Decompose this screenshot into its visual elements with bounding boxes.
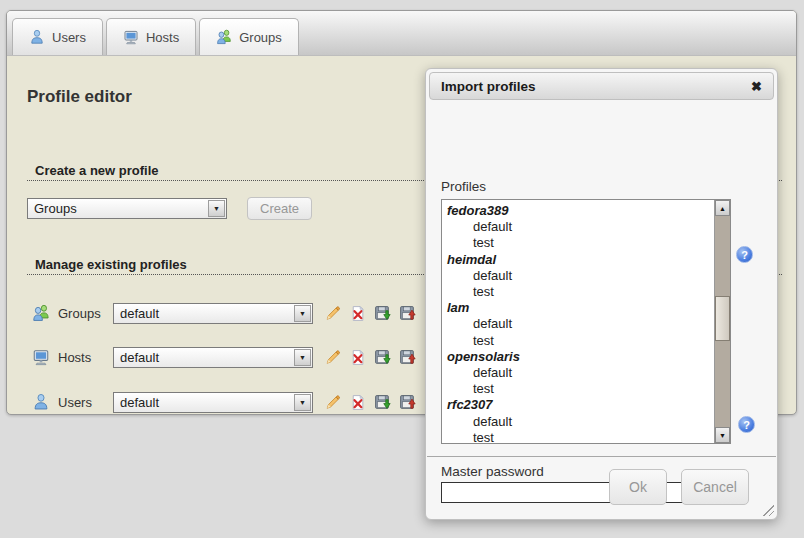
edit-button[interactable] [324,394,341,411]
dialog-title: Import profiles [441,79,751,94]
tab-bar: Users Hosts Groups [7,11,796,56]
profile-entry[interactable]: test [442,430,714,443]
edit-button[interactable] [324,305,341,322]
server-name: rfc2307 [442,397,714,413]
profile-entry[interactable]: test [442,284,714,300]
dropdown-arrow-icon: ▼ [294,305,311,322]
profile-row-hosts: Hosts default ▼ [32,346,416,368]
export-profile-icon [374,305,391,322]
server-name: opensolaris [442,349,714,365]
profiles-listbox[interactable]: fedora389defaulttestheimdaldefaulttestla… [441,199,731,444]
tab-groups[interactable]: Groups [199,18,299,55]
delete-icon [349,305,366,322]
master-password-label: Master password [441,464,544,479]
tab-users[interactable]: Users [12,18,103,55]
profile-entry[interactable]: default [442,316,714,332]
dropdown-arrow-icon: ▼ [208,200,225,217]
ok-button[interactable]: Ok [609,469,667,505]
help-icon[interactable]: ? [736,246,753,263]
profile-select[interactable]: default ▼ [113,347,313,368]
create-profile-row: Groups ▼ Create [27,197,312,220]
user-icon [29,29,45,45]
user-icon [32,393,50,411]
profile-entry[interactable]: test [442,333,714,349]
import-profile-icon [399,394,416,411]
edit-icon [324,349,341,366]
dialog-titlebar[interactable]: Import profiles ✖ [429,72,774,100]
export-button[interactable] [374,394,391,411]
dropdown-arrow-icon: ▼ [294,349,311,366]
page-title: Profile editor [27,87,132,107]
edit-icon [324,394,341,411]
group-icon [216,29,232,45]
help-icon[interactable]: ? [738,416,755,433]
profile-entry[interactable]: test [442,235,714,251]
profile-entry[interactable]: test [442,381,714,397]
resize-handle-icon[interactable] [761,503,774,516]
edit-button[interactable] [324,349,341,366]
edit-icon [324,305,341,322]
profiles-list-items: fedora389defaulttestheimdaldefaulttestla… [442,200,714,443]
dialog-footer-divider [427,456,776,457]
import-button[interactable] [399,349,416,366]
account-type-select[interactable]: Groups ▼ [27,198,227,219]
profile-row-groups: Groups default ▼ [32,302,416,324]
profile-editor-page: Users Hosts Groups Profile editor Create… [0,0,804,538]
profile-entry[interactable]: default [442,268,714,284]
import-profiles-dialog: Import profiles ✖ Profiles fedora389defa… [425,68,778,520]
profile-entry[interactable]: default [442,219,714,235]
profiles-label: Profiles [441,179,486,194]
server-name: lam [442,300,714,316]
profile-entry[interactable]: default [442,414,714,430]
host-icon [123,29,139,45]
scrollbar-thumb[interactable] [715,296,730,341]
dropdown-arrow-icon: ▼ [294,394,311,411]
group-icon [32,304,50,322]
server-name: fedora389 [442,203,714,219]
create-button[interactable]: Create [247,197,312,220]
import-profile-icon [399,349,416,366]
delete-icon [349,394,366,411]
import-profile-icon [399,305,416,322]
profile-entry[interactable]: default [442,365,714,381]
profile-select[interactable]: default ▼ [113,392,313,413]
import-button[interactable] [399,394,416,411]
close-icon[interactable]: ✖ [751,79,762,94]
host-icon [32,348,50,366]
import-button[interactable] [399,305,416,322]
export-profile-icon [374,349,391,366]
scroll-down-icon[interactable]: ▼ [715,427,730,443]
delete-button[interactable] [349,305,366,322]
server-name: heimdal [442,252,714,268]
delete-button[interactable] [349,394,366,411]
delete-icon [349,349,366,366]
export-profile-icon [374,394,391,411]
scroll-up-icon[interactable]: ▲ [715,200,730,216]
delete-button[interactable] [349,349,366,366]
export-button[interactable] [374,349,391,366]
tab-hosts[interactable]: Hosts [106,18,196,55]
export-button[interactable] [374,305,391,322]
profile-row-users: Users default ▼ [32,391,416,413]
listbox-scrollbar[interactable]: ▲ ▼ [714,200,730,443]
profile-select[interactable]: default ▼ [113,303,313,324]
cancel-button[interactable]: Cancel [681,469,749,505]
